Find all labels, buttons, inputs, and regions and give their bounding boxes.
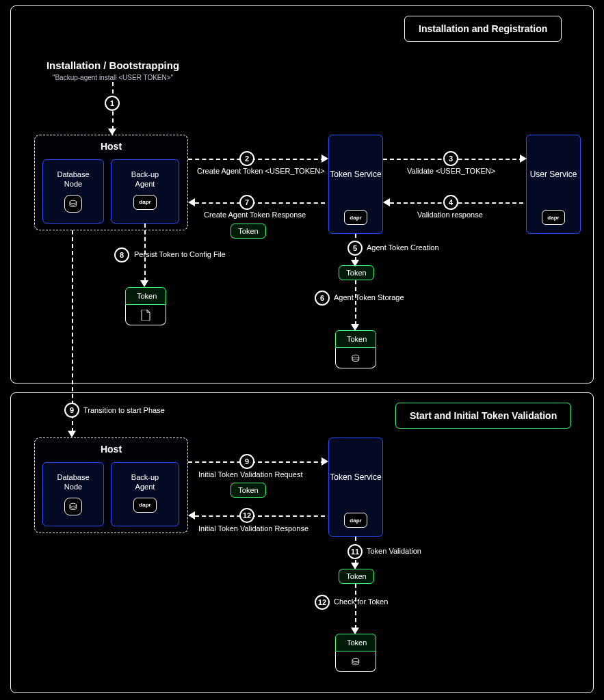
step-num-2: 2 [245, 154, 249, 163]
step-label-9a: Transition to start Phase [83, 406, 165, 414]
dapr-chip-us: dapr [542, 210, 565, 225]
token-stack-6-label: Token [335, 330, 376, 348]
step1-arrowhead [108, 129, 116, 135]
step-num-11: 11 [351, 548, 359, 556]
file-icon [141, 310, 150, 321]
step-badge-8: 8 [114, 247, 129, 262]
host-label-2: Host [35, 444, 187, 455]
step2-line [188, 159, 325, 160]
section-cmd: "Backup-agent install <USER TOKEN>" [34, 74, 192, 81]
step-num-1: 1 [110, 99, 114, 107]
step9b-line [188, 461, 325, 463]
step7-line [195, 202, 325, 204]
step-badge-11: 11 [347, 544, 363, 559]
step12a-arrow [188, 511, 195, 520]
dapr-chip-ts2: dapr [344, 513, 367, 528]
step-num-7: 7 [245, 198, 249, 206]
file-icon [125, 305, 166, 325]
token-stack-12b: Token ⛁ [335, 634, 376, 672]
step-label-3: Validate <USER_TOKEN> [407, 167, 495, 175]
dapr-chip-ts1: dapr [344, 210, 367, 225]
dapr-text-2: dapr [139, 502, 150, 508]
section-title: Installation / Bootstrapping [34, 59, 192, 71]
step-badge-12a: 12 [239, 508, 254, 523]
step-num-5: 5 [353, 244, 357, 252]
step12a-line [195, 515, 325, 517]
token-stack-8: Token [125, 287, 166, 325]
token-pill-9b: Token [231, 483, 266, 498]
database-icon: ⛁ [64, 195, 82, 213]
token-pill-5: Token [339, 265, 374, 280]
db-label-2: Database Node [57, 472, 89, 492]
backup-agent-1: Back-up Agent dapr [111, 159, 179, 224]
token-service-2: Token Service dapr [328, 438, 383, 537]
dapr-chip-2: dapr [133, 498, 157, 513]
database-node-2: Database Node ⛁ [42, 462, 104, 526]
step-num-12a: 12 [243, 511, 251, 520]
step12b-arrow [351, 628, 359, 634]
step-num-6: 6 [320, 294, 324, 302]
token-pill-7: Token [231, 224, 266, 239]
step-num-12b: 12 [318, 598, 326, 606]
step-label-11: Token Validation [367, 547, 421, 555]
agent-label-1: Back-up Agent [131, 170, 159, 189]
step-label-2: Create Agent Token <USER_TOKEN> [197, 167, 325, 175]
dapr-text-1: dapr [139, 199, 150, 205]
panel2-title-text: Start and Initial Token Validation [410, 410, 557, 421]
step-badge-7: 7 [239, 195, 254, 210]
database-node-1: Database Node ⛁ [42, 159, 104, 224]
step-badge-5: 5 [347, 241, 363, 256]
token-stack-6: Token ⛁ [335, 330, 376, 368]
database-icon: ⛁ [335, 348, 376, 368]
step-num-4: 4 [449, 198, 453, 206]
dapr-text-us: dapr [547, 215, 559, 221]
panel1-title: Installation and Registration [404, 16, 562, 42]
step-badge-9a: 9 [64, 403, 79, 418]
step-label-7: Create Agent Token Response [204, 211, 306, 219]
section-install-heading: Installation / Bootstrapping "Backup-age… [34, 59, 192, 81]
step2-arrow [321, 154, 328, 163]
step5-arrow [351, 260, 359, 267]
panel1-title-text: Installation and Registration [419, 23, 547, 34]
user-service-label: User Service [527, 170, 580, 180]
step-num-9a: 9 [70, 406, 74, 414]
transition-line [72, 230, 73, 432]
step-badge-2: 2 [239, 151, 254, 166]
step12b-line [355, 584, 356, 629]
step-num-8: 8 [120, 251, 124, 259]
step-num-9b: 9 [245, 457, 249, 466]
step-badge-3: 3 [443, 151, 458, 166]
dapr-chip-1: dapr [133, 195, 157, 210]
step-badge-1: 1 [105, 96, 120, 111]
step9b-arrow [321, 457, 328, 466]
step-label-4: Validation response [417, 211, 483, 219]
backup-agent-2: Back-up Agent dapr [111, 462, 179, 526]
step-label-6: Agent Token Storage [334, 293, 404, 301]
token-stack-12b-label: Token [335, 634, 376, 651]
token-stack-8-label: Token [125, 287, 166, 305]
token-service-1: Token Service dapr [328, 135, 383, 234]
step-badge-4: 4 [443, 195, 458, 210]
panel2-title: Start and Initial Token Validation [395, 403, 571, 429]
dapr-text-ts1: dapr [350, 215, 361, 221]
step-label-12b: Check for Token [334, 597, 388, 606]
step6-arrow [351, 324, 359, 331]
step4-arrow [383, 198, 390, 206]
step-label-5: Agent Token Creation [367, 243, 439, 252]
step3-arrow [520, 154, 527, 163]
step11-arrow [351, 563, 359, 569]
step8-arrow [140, 280, 148, 287]
step-label-9b: Initial Token Validation Request [198, 470, 302, 479]
transition-arrow [68, 431, 76, 438]
token-service-label-1: Token Service [329, 170, 382, 180]
token-pill-11: Token [339, 569, 374, 584]
step-label-8: Persist Token to Config File [134, 250, 226, 258]
user-service: User Service dapr [526, 135, 581, 234]
step-badge-12b: 12 [315, 595, 330, 610]
db-label-1: Database Node [57, 170, 89, 189]
step-badge-6: 6 [315, 291, 330, 306]
step-num-3: 3 [449, 154, 453, 163]
database-icon: ⛁ [335, 651, 376, 672]
step-badge-9b: 9 [239, 454, 254, 469]
host-label-1: Host [35, 141, 187, 152]
